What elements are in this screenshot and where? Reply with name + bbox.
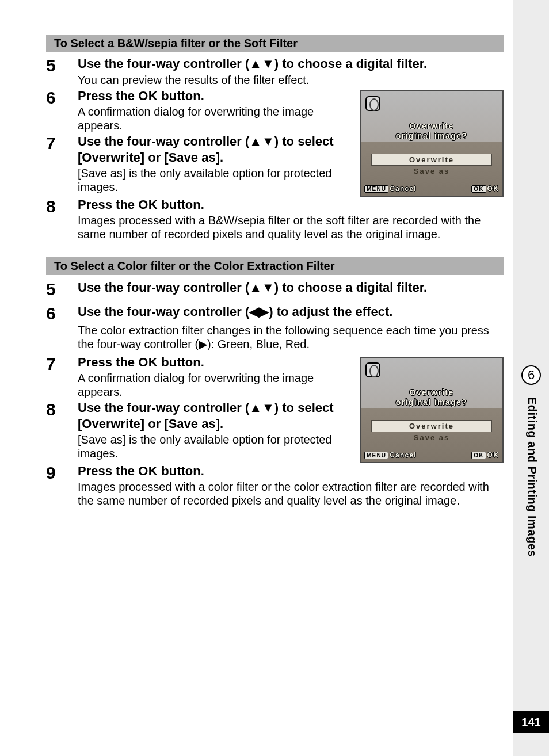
text: Use the four-way controller ( xyxy=(78,56,249,71)
step-b8: 8 Use the four-way controller (▲▼) to se… xyxy=(46,400,349,460)
step-b5: 5 Use the four-way controller (▲▼) to ch… xyxy=(46,280,504,298)
step-title: Use the four-way controller (▲▼) to sele… xyxy=(78,400,349,432)
menu-button-icon: MENU xyxy=(364,185,388,193)
lcd-option-saveas: Save as xyxy=(371,432,492,443)
menu-button-icon: MENU xyxy=(364,452,388,459)
right-arrow-icon: ▶ xyxy=(199,338,207,350)
step-title: Use the four-way controller (◀▶) to adju… xyxy=(78,304,504,320)
step-desc: Images processed with a B&W/sepia filter… xyxy=(78,213,504,241)
step-a7: 7 Use the four-way controller (▲▼) to se… xyxy=(46,133,349,194)
step-desc: Images processed with a color filter or … xyxy=(78,480,504,507)
page-number: 141 xyxy=(513,711,549,733)
chapter-title: Editing and Printing Images xyxy=(525,397,539,557)
step-number: 6 xyxy=(46,88,78,106)
ok-glyph-icon: OK xyxy=(138,355,158,369)
text: button. xyxy=(158,197,204,212)
text: Press the xyxy=(78,89,138,103)
section-header-bw-sepia: To Select a B&W/sepia filter or the Soft… xyxy=(46,35,504,52)
filter-mode-icon xyxy=(365,362,380,377)
text: Use the four-way controller ( xyxy=(78,134,249,148)
step-b7: 7 Press the OK button. A confirmation di… xyxy=(46,354,349,399)
step-number: 8 xyxy=(46,400,78,418)
lcd-prompt: Overwrite original image? xyxy=(361,388,502,408)
text: Use the four-way controller ( xyxy=(78,400,249,415)
ok-button-icon: OK xyxy=(471,185,486,193)
lcd-option-overwrite: Overwrite xyxy=(371,420,492,432)
step-title: Use the four-way controller (▲▼) to sele… xyxy=(78,133,349,165)
step-desc: You can preview the results of the filte… xyxy=(78,73,504,87)
step-desc: [Save as] is the only available option f… xyxy=(78,433,349,460)
page-content: To Select a B&W/sepia filter or the Soft… xyxy=(46,35,504,509)
step-title: Press the OK button. xyxy=(78,354,349,371)
step-title: Press the OK button. xyxy=(78,463,504,479)
lcd-screenshot-overwrite-dialog: Overwrite original image? Overwrite Save… xyxy=(360,357,504,463)
lcd-options: Overwrite Save as xyxy=(371,420,492,443)
text: button. xyxy=(158,355,204,369)
ok-button-icon: OK xyxy=(471,452,486,459)
step-title: Press the OK button. xyxy=(78,88,349,104)
step-title: Press the OK button. xyxy=(78,197,504,213)
text: Overwrite xyxy=(409,121,453,131)
step-number: 8 xyxy=(46,197,78,215)
ok-glyph-icon: OK xyxy=(138,89,158,103)
lcd-cancel-label: Cancel xyxy=(390,185,417,193)
step-number: 5 xyxy=(46,280,78,298)
text: ): Green, Blue, Red. xyxy=(207,338,310,350)
step-b6: 6 Use the four-way controller (◀▶) to ad… xyxy=(46,304,504,351)
step-number: 5 xyxy=(46,56,78,74)
step-a8: 8 Press the OK button. Images processed … xyxy=(46,197,504,242)
lcd-option-overwrite: Overwrite xyxy=(371,154,492,166)
filter-mode-icon xyxy=(365,96,380,111)
step-desc: A confirmation dialog for overwriting th… xyxy=(78,371,349,399)
text: ) to adjust the effect. xyxy=(269,304,392,319)
updown-arrow-icon: ▲▼ xyxy=(249,56,274,71)
lcd-bottom-bar: MENUCancel OKOK xyxy=(364,451,499,459)
text: original image? xyxy=(396,131,467,140)
lcd-ok-label: OK xyxy=(487,185,499,193)
step-title: Use the four-way controller (▲▼) to choo… xyxy=(78,56,504,72)
text: Overwrite xyxy=(409,388,453,397)
ok-glyph-icon: OK xyxy=(138,464,158,478)
step-a6: 6 Press the OK button. A confirmation di… xyxy=(46,88,349,133)
lcd-ok-label: OK xyxy=(487,451,499,459)
updown-arrow-icon: ▲▼ xyxy=(249,280,274,295)
step-desc: [Save as] is the only available option f… xyxy=(78,166,349,194)
step-number: 9 xyxy=(46,463,78,482)
leftright-arrow-icon: ◀▶ xyxy=(249,304,269,319)
text: button. xyxy=(158,464,204,478)
lcd-cancel-label: Cancel xyxy=(390,451,417,459)
step-number: 7 xyxy=(46,133,78,152)
text: ) to choose a digital filter. xyxy=(274,56,427,71)
step-b9: 9 Press the OK button. Images processed … xyxy=(46,463,504,508)
step-title: Use the four-way controller (▲▼) to choo… xyxy=(78,280,504,296)
text: ) to choose a digital filter. xyxy=(274,280,427,295)
step-desc: A confirmation dialog for overwriting th… xyxy=(78,105,349,132)
step-a5: 5 Use the four-way controller (▲▼) to ch… xyxy=(46,56,504,87)
step-desc: The color extraction filter changes in t… xyxy=(78,323,504,351)
step-number: 6 xyxy=(46,304,78,322)
text: Use the four-way controller ( xyxy=(78,304,249,319)
chapter-number-badge: 6 xyxy=(521,365,541,385)
updown-arrow-icon: ▲▼ xyxy=(249,400,274,415)
lcd-screenshot-overwrite-dialog: Overwrite original image? Overwrite Save… xyxy=(360,90,504,197)
lcd-prompt: Overwrite original image? xyxy=(361,121,502,142)
text: Press the xyxy=(78,355,138,369)
side-tab: 6 Editing and Printing Images 141 xyxy=(513,0,549,756)
text: Use the four-way controller ( xyxy=(78,280,249,295)
text: original image? xyxy=(396,398,467,407)
updown-arrow-icon: ▲▼ xyxy=(249,134,274,148)
section-header-color-filter: To Select a Color filter or the Color Ex… xyxy=(46,257,504,275)
lcd-option-saveas: Save as xyxy=(371,166,492,177)
step-number: 7 xyxy=(46,354,78,373)
text: button. xyxy=(158,89,204,103)
text: Press the xyxy=(78,197,138,212)
ok-glyph-icon: OK xyxy=(138,197,158,212)
lcd-bottom-bar: MENUCancel OKOK xyxy=(364,185,499,193)
lcd-options: Overwrite Save as xyxy=(371,154,492,177)
text: Press the xyxy=(78,464,138,478)
